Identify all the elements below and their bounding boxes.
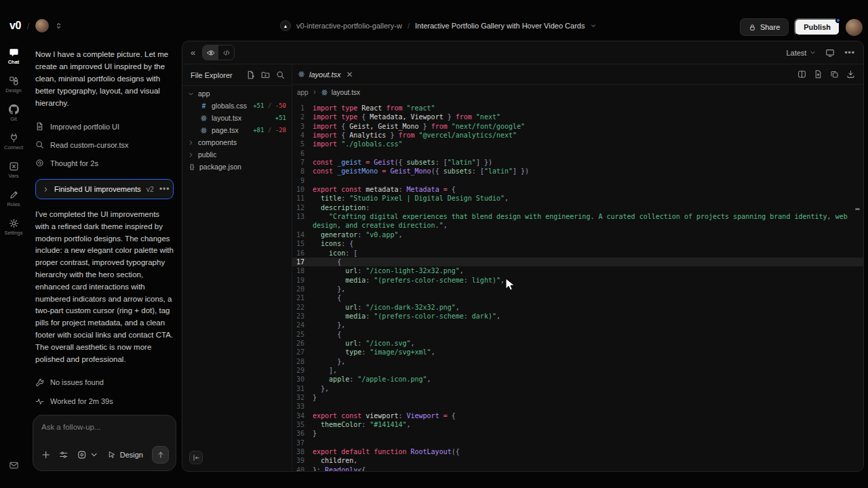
code-line[interactable]: 1import type React from "react": [292, 104, 863, 113]
code-toggle[interactable]: [218, 45, 234, 60]
code-line[interactable]: 33: [292, 402, 863, 411]
activity-icon: [35, 397, 44, 406]
code-line[interactable]: 22 url: "/icon-dark-32x32.png",: [292, 303, 863, 312]
code-line[interactable]: 38export default function RootLayout({: [292, 447, 863, 456]
file-package.json[interactable]: { }package.json: [182, 161, 292, 173]
code-line[interactable]: 21 {: [292, 293, 863, 302]
code-line[interactable]: 13 "Crafting digital experiences that bl…: [292, 212, 863, 230]
code-line[interactable]: 39 children,: [292, 456, 863, 465]
code-line[interactable]: 7const _geist = Geist({ subsets: ["latin…: [292, 158, 863, 167]
publish-button[interactable]: Publish: [794, 18, 840, 36]
project-name[interactable]: v0-interactive-portfolio-gallery-w: [296, 22, 402, 30]
code-line[interactable]: 31 },: [292, 384, 863, 393]
file-explorer: File Explorer app#globals.css+51 / -50la…: [182, 64, 292, 471]
collapse-sidebar-button[interactable]: [189, 451, 203, 464]
code-line[interactable]: 3import { Geist, Geist_Mono } from "next…: [292, 122, 863, 131]
code-line[interactable]: 34export const viewport: Viewport = {: [292, 411, 863, 420]
export-file-icon[interactable]: [814, 70, 823, 79]
rail-item-design[interactable]: Design: [0, 76, 27, 96]
code-area[interactable]: 1import type React from "react"2import t…: [292, 100, 863, 471]
code-line[interactable]: 37: [292, 439, 863, 447]
follow-up-input[interactable]: [41, 423, 167, 431]
scrollbar-thumb[interactable]: [855, 208, 860, 210]
version-card-finished-ui-improvements[interactable]: Finished UI improvements v2 •••: [35, 179, 174, 199]
code-line[interactable]: 26 url: "/icon.svg",: [292, 339, 863, 348]
code-line[interactable]: 36}: [292, 429, 863, 438]
version-selector[interactable]: Latest: [786, 49, 816, 57]
mode-selector-design[interactable]: Design: [108, 451, 143, 459]
action-improved-portfolio-ui[interactable]: Improved portfolio UI: [35, 117, 174, 136]
sliders-icon[interactable]: [59, 450, 68, 460]
code-line[interactable]: 8const _geistMono = Geist_Mono({ subsets…: [292, 167, 863, 176]
folder-app[interactable]: app: [182, 87, 292, 100]
code-line[interactable]: 25 {: [292, 330, 863, 339]
file-globals.css[interactable]: #globals.css+51 / -50: [182, 100, 292, 112]
send-button[interactable]: [152, 446, 169, 464]
code-line[interactable]: 6: [292, 149, 863, 158]
status-worked-duration[interactable]: Worked for 2m 39s: [35, 392, 174, 411]
new-file-icon[interactable]: [246, 70, 255, 79]
code-line[interactable]: 12 description:: [292, 203, 863, 212]
chat-title[interactable]: Interactive Portfolio Gallery with Hover…: [415, 22, 585, 30]
rail-item-settings[interactable]: Settings: [0, 218, 27, 238]
preview-eye-toggle[interactable]: [203, 45, 218, 60]
action-thought[interactable]: Thought for 2s: [35, 154, 174, 172]
code-line[interactable]: 24 },: [292, 321, 863, 329]
code-line[interactable]: 20 },: [292, 285, 863, 293]
folder-public[interactable]: public: [182, 148, 292, 161]
code-line[interactable]: 15 icons: {: [292, 239, 863, 248]
rail-item-chat[interactable]: Chat: [0, 47, 27, 67]
code-line[interactable]: 17 {: [292, 258, 863, 266]
code-line[interactable]: 18 url: "/icon-light-32x32.png",: [292, 266, 863, 275]
code-line[interactable]: 40}: Readonly<{: [292, 466, 863, 471]
code-line[interactable]: 10export const metadata: Metadata = {: [292, 185, 863, 194]
file-layout.tsx[interactable]: layout.tsx+51: [182, 112, 292, 124]
code-line[interactable]: 2import type { Metadata, Viewport } from…: [292, 113, 863, 121]
monitor-icon[interactable]: [825, 48, 835, 58]
image-attach-icon[interactable]: [77, 450, 86, 460]
more-options-icon[interactable]: •••: [159, 184, 170, 194]
split-view-icon[interactable]: [797, 70, 806, 79]
chevron-down-icon[interactable]: [590, 21, 597, 30]
new-folder-icon[interactable]: [261, 70, 270, 79]
action-read-custom-cursor[interactable]: Read custom-cursor.tsx: [35, 136, 174, 154]
close-icon[interactable]: ✕: [346, 70, 353, 79]
plus-icon[interactable]: [41, 450, 50, 460]
status-no-issues[interactable]: No issues found: [35, 373, 174, 392]
code-line[interactable]: 29 ],: [292, 366, 863, 375]
copy-icon[interactable]: [830, 70, 839, 79]
download-icon[interactable]: [846, 70, 855, 79]
code-line[interactable]: 14 generator: "v0.app",: [292, 230, 863, 239]
rail-item-git[interactable]: Git: [0, 104, 27, 124]
share-button[interactable]: Share: [740, 18, 789, 36]
chevron-down-icon[interactable]: [90, 450, 98, 460]
collapse-panel-icon[interactable]: «: [191, 47, 195, 58]
more-options-icon[interactable]: •••: [844, 48, 855, 58]
code-line[interactable]: 4import { Analytics } from "@vercel/anal…: [292, 131, 863, 140]
tab-layout-tsx[interactable]: layout.tsx ✕: [292, 64, 360, 84]
code-line[interactable]: 32}: [292, 393, 863, 402]
code-line[interactable]: 19 media: "(prefers-color-scheme: light)…: [292, 276, 863, 285]
code-line[interactable]: 30 apple: "/apple-icon.png",: [292, 375, 863, 384]
code-line[interactable]: 23 media: "(prefers-color-scheme: dark)"…: [292, 312, 863, 321]
rail-item-vars[interactable]: Vars: [0, 161, 27, 181]
breadcrumb-file[interactable]: layout.tsx: [332, 89, 360, 96]
code-line[interactable]: 27 type: "image/svg+xml",: [292, 348, 863, 357]
rail-item-connect[interactable]: Connect: [0, 133, 27, 152]
file-page.tsx[interactable]: page.tsx+81 / -28: [182, 124, 292, 136]
code-line[interactable]: 35 themeColor: "#141414",: [292, 420, 863, 429]
code-line[interactable]: 28 },: [292, 357, 863, 366]
react-icon: [200, 115, 208, 122]
feedback-mail-button[interactable]: [0, 460, 27, 470]
code-line[interactable]: 16 icon: [: [292, 249, 863, 258]
chevron-updown-icon[interactable]: [55, 21, 62, 30]
breadcrumb-folder[interactable]: app: [297, 89, 309, 96]
account-avatar[interactable]: [846, 19, 863, 36]
rail-item-rules[interactable]: Rules: [0, 190, 27, 209]
code-line[interactable]: 5import "./globals.css": [292, 140, 863, 148]
search-icon[interactable]: [276, 70, 285, 79]
team-avatar[interactable]: [35, 19, 49, 33]
code-line[interactable]: 11 title: "Studio Pixel | Digital Design…: [292, 194, 863, 203]
code-line[interactable]: 9: [292, 176, 863, 185]
folder-components[interactable]: components: [182, 136, 292, 148]
